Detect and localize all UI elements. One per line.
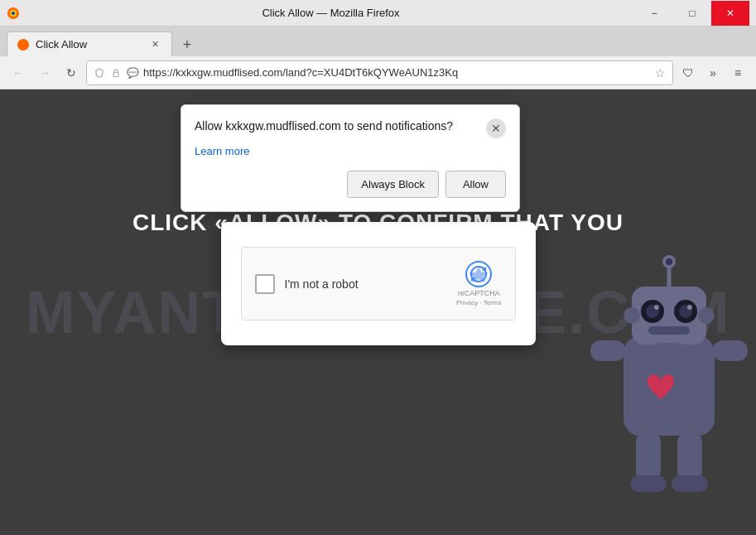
menu-button[interactable]: ≡ — [726, 61, 749, 84]
new-tab-button[interactable]: + — [176, 33, 199, 56]
svg-point-24 — [654, 305, 659, 310]
firefox-window: Click Allow — Mozilla Firefox − □ ✕ Clic… — [0, 0, 756, 535]
tab-bar: Click Allow ✕ + — [0, 27, 756, 56]
svg-rect-21 — [630, 475, 667, 492]
captcha-box[interactable]: I'm not a robot reCAPTCHA Privacy · Term… — [241, 247, 516, 321]
svg-rect-23 — [648, 326, 690, 335]
address-bar[interactable]: 💬 https://kxkxgw.mudflised.com/land?c=XU… — [86, 60, 673, 85]
svg-point-14 — [624, 307, 640, 324]
nav-right-buttons: 🛡 » ≡ — [677, 61, 749, 84]
firefox-icon — [7, 7, 20, 20]
active-tab[interactable]: Click Allow ✕ — [7, 31, 172, 56]
url-text: https://kxkxgw.mudflised.com/land?c=XU4D… — [143, 66, 650, 79]
svg-point-15 — [698, 307, 715, 324]
robot-area — [549, 220, 756, 535]
svg-rect-22 — [672, 475, 708, 492]
svg-rect-19 — [636, 432, 661, 482]
svg-point-25 — [687, 305, 692, 310]
minimize-button[interactable]: − — [635, 1, 673, 26]
svg-point-3 — [20, 41, 26, 48]
recaptcha-links: Privacy · Terms — [456, 299, 502, 306]
popup-buttons: Always Block Allow — [195, 171, 506, 198]
svg-rect-18 — [713, 340, 748, 361]
captcha-card: I'm not a robot reCAPTCHA Privacy · Term… — [221, 222, 536, 345]
extensions-button[interactable]: » — [701, 61, 725, 84]
captcha-checkbox[interactable] — [255, 274, 275, 294]
allow-button[interactable]: Allow — [445, 171, 506, 198]
captcha-label: I'm not a robot — [285, 277, 446, 291]
learn-more-link[interactable]: Learn more — [195, 145, 506, 157]
popup-header: Allow kxkxgw.mudflised.com to send notif… — [195, 118, 506, 138]
reload-button[interactable]: ↻ — [60, 61, 83, 84]
popup-title: Allow kxkxgw.mudflised.com to send notif… — [195, 118, 479, 135]
back-button[interactable]: ← — [7, 61, 30, 84]
maximize-button[interactable]: □ — [673, 1, 711, 26]
robot-svg — [574, 237, 756, 535]
tab-favicon — [17, 39, 29, 51]
svg-rect-4 — [113, 72, 118, 76]
recaptcha-brand-text: reCAPTCHA — [458, 289, 500, 297]
svg-rect-16 — [657, 343, 681, 356]
bookmark-star-icon[interactable]: ☆ — [655, 66, 666, 80]
shield-button[interactable]: 🛡 — [677, 61, 700, 84]
title-bar: Click Allow — Mozilla Firefox − □ ✕ — [0, 0, 756, 27]
notification-icon: 💬 — [127, 67, 138, 79]
recaptcha-logo-area: reCAPTCHA Privacy · Terms — [456, 261, 502, 306]
svg-rect-20 — [677, 432, 702, 482]
notification-popup: Allow kxkxgw.mudflised.com to send notif… — [181, 104, 520, 212]
tab-label: Click Allow — [36, 38, 87, 51]
recaptcha-logo-icon — [465, 261, 492, 287]
always-block-button[interactable]: Always Block — [347, 171, 439, 198]
lock-icon — [110, 67, 122, 79]
page-content: MYANTISPYWARE.COM CLICK «ALLOW» TO CONFI… — [0, 89, 756, 535]
forward-button[interactable]: → — [33, 61, 56, 84]
tab-close-button[interactable]: ✕ — [148, 38, 161, 51]
svg-rect-17 — [590, 340, 625, 361]
nav-bar: ← → ↻ 💬 https://kxkxgw.mudflised.com/lan… — [0, 56, 756, 89]
window-title: Click Allow — Mozilla Firefox — [26, 7, 635, 19]
security-icon — [94, 67, 105, 79]
close-button[interactable]: ✕ — [711, 1, 749, 26]
svg-point-13 — [666, 258, 672, 265]
svg-point-2 — [12, 12, 15, 15]
popup-close-button[interactable]: ✕ — [486, 118, 506, 138]
window-controls: − □ ✕ — [635, 1, 749, 26]
